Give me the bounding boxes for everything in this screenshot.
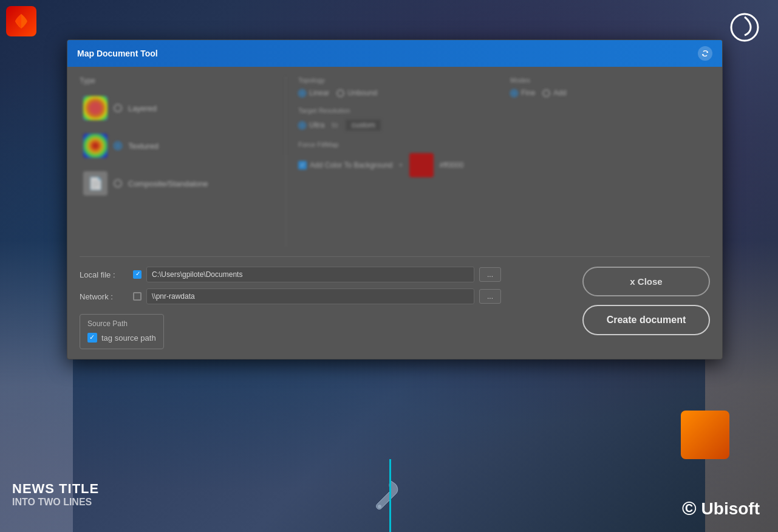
close-button[interactable]: x Close <box>582 267 710 296</box>
target-resolution-group: Target Resolution Ultra to <box>298 107 710 131</box>
color-separator: + <box>399 161 403 169</box>
force-fillmap-label: Force FillMap <box>298 141 710 148</box>
mode-add-label: Add <box>553 89 566 97</box>
source-path-checkbox-row: tag source path <box>87 333 156 343</box>
action-buttons: x Close Create document <box>582 267 710 349</box>
textured-label: Textured <box>128 142 159 151</box>
source-path-label: tag source path <box>101 333 156 343</box>
blue-vertical-line <box>389 459 391 532</box>
composite-label: Composite/Standalone <box>128 179 208 188</box>
modes-options: Fine Add <box>510 89 710 97</box>
bottom-left: Local file : ... Network : ... Source Pa… <box>80 267 570 349</box>
refresh-icon <box>702 50 708 56</box>
color-swatch[interactable] <box>409 153 434 177</box>
modal-window: Map Document Tool Type Layered <box>67 39 723 360</box>
modes-label: Modes <box>510 77 710 84</box>
svg-point-1 <box>378 505 381 508</box>
resolution-to-label: to <box>332 121 338 129</box>
topology-group: Topology Linear Unbound <box>298 77 498 97</box>
layered-label: Layered <box>128 104 157 113</box>
color-hex-label: #ff0000 <box>440 161 464 169</box>
settings-panel: Topology Linear Unbound <box>286 77 710 247</box>
bottom-section: Local file : ... Network : ... Source Pa… <box>80 256 710 349</box>
mode-fine[interactable]: Fine <box>510 89 535 97</box>
add-color-bg-item[interactable]: ✓ Add Color To Background <box>298 161 393 169</box>
bg-item-bottomright <box>681 411 729 459</box>
create-document-button[interactable]: Create document <box>582 305 710 335</box>
news-subtitle: INTO TWO LINES <box>12 497 99 508</box>
layered-icon <box>83 96 107 120</box>
topology-unbound-label: Unbound <box>347 89 377 97</box>
news-title-area: NEWS TITLE INTO TWO LINES <box>0 475 111 514</box>
resolution-ultra-radio[interactable] <box>298 121 306 129</box>
resolution-ultra-label: Ultra <box>309 121 324 129</box>
brand-name: Ubisoft <box>701 499 760 519</box>
target-resolution-options: Ultra to <box>298 119 710 131</box>
target-resolution-label: Target Resolution <box>298 107 710 114</box>
topology-options: Linear Unbound <box>298 89 498 97</box>
resolution-custom-input[interactable] <box>345 119 381 131</box>
topology-modes-row: Topology Linear Unbound <box>298 77 710 97</box>
type-item-layered[interactable]: Layered <box>80 91 276 125</box>
type-item-textured[interactable]: Textured <box>80 129 276 163</box>
mode-add-radio[interactable] <box>542 89 550 97</box>
ubisoft-logo <box>729 12 760 43</box>
topology-linear-label: Linear <box>309 89 329 97</box>
topology-linear[interactable]: Linear <box>298 89 329 97</box>
type-panel: Type Layered Textured Composi <box>80 77 286 247</box>
mode-add[interactable]: Add <box>542 89 566 97</box>
modal-content: Type Layered Textured Composi <box>67 67 722 359</box>
add-color-bg-label: Add Color To Background <box>310 161 393 169</box>
force-fillmap-row: Force FillMap ✓ Add Color To Background … <box>298 141 710 177</box>
composite-icon <box>83 171 107 196</box>
add-color-bg-checkbox[interactable]: ✓ <box>298 161 307 169</box>
resolution-ultra[interactable]: Ultra <box>298 121 324 129</box>
local-file-checkbox[interactable] <box>133 270 142 279</box>
topology-label: Topology <box>298 77 498 84</box>
textured-radio[interactable] <box>114 142 122 150</box>
source-path-group: Source Path tag source path <box>80 314 164 349</box>
topology-unbound[interactable]: Unbound <box>336 89 377 97</box>
top-panels: Type Layered Textured Composi <box>80 77 710 247</box>
modal-title: Map Document Tool <box>77 49 158 58</box>
layered-radio[interactable] <box>114 104 122 112</box>
mode-fine-radio[interactable] <box>510 89 518 97</box>
news-title: NEWS TITLE <box>12 481 99 497</box>
local-file-row: Local file : ... <box>80 267 570 282</box>
network-input[interactable] <box>146 288 474 304</box>
textured-icon <box>83 134 107 158</box>
composite-radio[interactable] <box>114 179 122 188</box>
modal-titlebar: Map Document Tool <box>67 40 722 67</box>
modal-close-titlebar-button[interactable] <box>698 46 712 61</box>
source-path-title: Source Path <box>87 319 156 328</box>
target-resolution-row: Target Resolution Ultra to <box>298 107 710 131</box>
game-icon <box>6 6 36 36</box>
type-item-composite[interactable]: Composite/Standalone <box>80 166 276 200</box>
network-checkbox[interactable] <box>133 292 142 301</box>
mode-fine-label: Fine <box>521 89 535 97</box>
network-label: Network : <box>80 292 128 301</box>
network-row: Network : ... <box>80 288 570 304</box>
type-section-label: Type <box>80 77 276 85</box>
force-fillmap-group: Force FillMap ✓ Add Color To Background … <box>298 141 710 177</box>
modes-group: Modes Fine Add <box>510 77 710 97</box>
topology-unbound-radio[interactable] <box>336 89 344 97</box>
network-browse-btn[interactable]: ... <box>479 289 501 304</box>
local-file-input[interactable] <box>146 267 474 282</box>
local-file-label: Local file : <box>80 270 128 279</box>
topology-linear-radio[interactable] <box>298 89 306 97</box>
source-path-checkbox[interactable] <box>87 333 97 343</box>
ubisoft-watermark: © Ubisoft <box>682 497 760 520</box>
copyright-symbol: © <box>682 497 697 520</box>
local-file-browse-btn[interactable]: ... <box>479 267 501 282</box>
